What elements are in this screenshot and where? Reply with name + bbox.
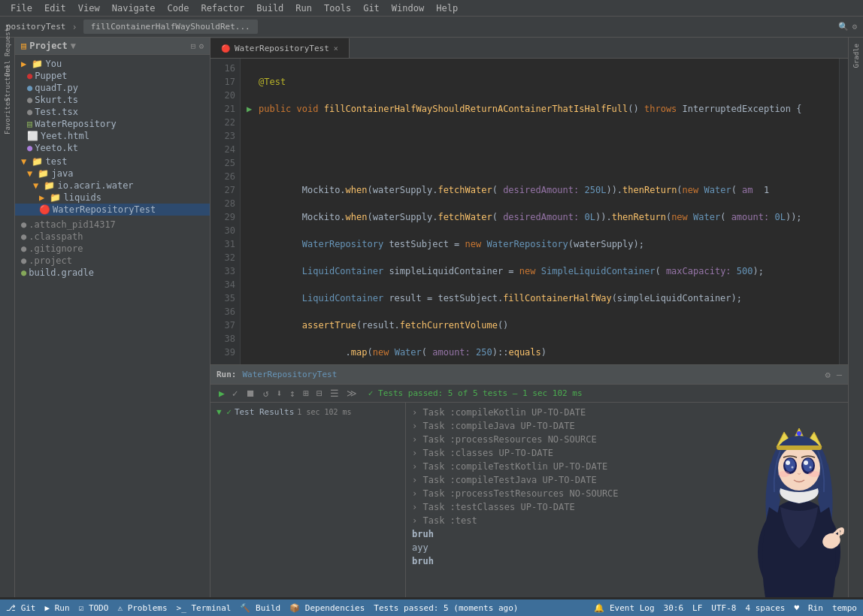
problems-status-btn[interactable]: ⚠ Problems [117,603,167,613]
build-icon: 🔨 [240,603,250,613]
plugin-name[interactable]: tempo [832,603,857,613]
run-label: Run: [217,370,237,379]
svg-point-12 [804,460,808,465]
menu-tools[interactable]: Tools [319,2,356,15]
title-bar: positoryTest › fillContainerHalfWayShoul… [0,17,863,38]
dependencies-icon: 📦 [289,603,300,613]
menu-git[interactable]: Git [359,2,384,15]
dependencies-status-btn[interactable]: 📦 Dependencies [289,603,365,613]
run-filter-button[interactable]: ⬇ [274,386,284,400]
tree-item-yeeto[interactable]: ● Yeeto.kt [15,142,210,154]
svg-point-16 [808,471,820,477]
tree-item-io-package[interactable]: ▼ 📁 io.acari.water [15,180,210,192]
tree-item-quadt[interactable]: ● quadT.py [15,82,210,94]
run-play-button[interactable]: ▶ [217,386,227,400]
project-tree: ▶ 📁 You ● Puppet ● quadT.py ● Skurt.ts ●… [15,55,210,597]
menu-code[interactable]: Code [163,2,194,15]
menu-file[interactable]: File [6,2,37,15]
todo-status-btn[interactable]: ☑ TODO [79,603,109,613]
menu-help[interactable]: Help [432,2,462,15]
anime-character [750,403,848,597]
run-list-button[interactable]: ☰ [328,386,341,400]
project-settings-icon[interactable]: ⚙ [198,41,204,51]
problems-icon: ⚠ [117,603,123,613]
run-check-button[interactable]: ✓ [230,386,241,400]
line-numbers: 16 17 20 21 22 23 24 25 26 27 28 29 30 [210,59,241,364]
svg-point-10 [803,458,813,472]
tree-item-yeet[interactable]: ⬜ Yeet.html [15,130,210,142]
search-icon[interactable]: 🔍 [838,22,849,32]
run-expand-button[interactable]: ⊞ [301,386,311,400]
run-settings-button[interactable]: ⚙ [825,370,831,380]
encoding[interactable]: UTF-8 [711,603,736,613]
terminal-icon: >_ [177,603,186,613]
menu-window[interactable]: Window [387,2,428,15]
console-output: › Task :compileKotlin UP-TO-DATE › Task … [406,403,848,597]
test-pass-icon: ✓ [368,388,374,398]
svg-point-9 [785,458,795,472]
settings-icon[interactable]: ⚙ [852,22,857,32]
branch-name: Rin [808,603,823,613]
breadcrumb-file: fillContainerHalfWayShouldRet... [83,20,258,34]
run-collapse-button[interactable]: ⊟ [314,386,325,400]
tree-item-skurt[interactable]: ● Skurt.ts [15,94,210,106]
tree-item-gitignore[interactable]: ● .gitignore [15,243,210,255]
tree-item-liquids[interactable]: ▶ 📁 liquids [15,192,210,204]
tree-item-classpath[interactable]: ● .classpath [15,231,210,243]
menu-view[interactable]: View [74,2,104,15]
tree-item-puppet[interactable]: ● Puppet [15,70,210,82]
tree-item-project[interactable]: ● .project [15,255,210,267]
terminal-status-btn[interactable]: >_ Terminal [177,603,232,613]
left-sidebar-icons: Pull Requests Structure Favorites [0,38,15,597]
tree-item-java-folder[interactable]: ▼ 📁 java [15,168,210,180]
run-status-btn[interactable]: ▶ Run [45,603,70,613]
status-bar: ⎇ Git ▶ Run ☑ TODO ⚠ Problems >_ Termina… [0,599,863,616]
gradle-panel-label[interactable]: Gradle [852,44,860,68]
svg-point-11 [786,460,790,465]
run-filename[interactable]: WaterRepositoryTest [243,370,338,379]
project-panel-title: Project [29,41,68,51]
run-toolbar: ▶ ✓ ⏹ ↺ ⬇ ↕ ⊞ ⊟ ☰ ≫ ✓ Tests passed: 5 of… [210,385,848,403]
run-stop-button[interactable]: ⏹ [244,386,258,400]
menu-run[interactable]: Run [291,2,316,15]
sidebar-icon-1[interactable]: Pull Requests [1,44,14,57]
menu-refactor[interactable]: Refactor [196,2,249,15]
tree-item-build-gradle[interactable]: ● build.gradle [15,267,210,279]
git-status[interactable]: ⎇ Git [6,603,36,613]
event-log-btn[interactable]: 🔔 Event Log [594,603,654,613]
tree-item-you[interactable]: ▶ 📁 You [15,58,210,70]
tree-item-waterrepo[interactable]: ▤ WaterRepository [15,118,210,130]
tree-item-test-tsx[interactable]: ● Test.tsx [15,106,210,118]
menu-build[interactable]: Build [252,2,288,15]
test-results-item[interactable]: ▼ ✓ Test Results 1 sec 102 ms [213,406,402,418]
project-dropdown-icon[interactable]: ▼ [71,41,76,51]
run-sort-button[interactable]: ↕ [287,386,298,400]
sidebar-icon-2[interactable]: Structure [1,77,14,90]
project-title: positoryTest [6,22,65,32]
menu-edit[interactable]: Edit [40,2,71,15]
tree-item-test-folder[interactable]: ▼ 📁 test [15,156,210,168]
line-ending[interactable]: LF [692,603,702,613]
tree-item-waterrepotest[interactable]: 🔴 WaterRepositoryTest [15,204,210,216]
run-close-button[interactable]: — [837,370,842,380]
tree-item-attach[interactable]: ● .attach_pid14317 [15,219,210,231]
sidebar-icon-3[interactable]: Favorites [1,110,14,123]
tab-label: WaterRepositoryTest [235,44,329,53]
run-more-button[interactable]: ≫ [344,386,359,400]
indent-setting[interactable]: 4 spaces [745,603,785,613]
code-content[interactable]: @Test ▶public void fillContainerHalfWayS… [241,59,839,364]
project-collapse-icon[interactable]: ⊟ [191,41,196,51]
editor-tabs: 🔴 WaterRepositoryTest × [210,38,848,59]
git-icon: ⎇ [6,603,16,613]
menu-bar: File Edit View Navigate Code Refactor Bu… [0,0,863,17]
project-folder-icon: ▤ [21,41,26,51]
build-status-btn[interactable]: 🔨 Build [240,603,280,613]
run-rerun-button[interactable]: ↺ [261,386,271,400]
tab-close-icon[interactable]: × [334,44,338,53]
svg-rect-18 [777,445,822,450]
status-msg: Tests passed: 5 (moments ago) [374,603,518,613]
menu-navigate[interactable]: Navigate [107,2,160,15]
test-status-text: ✓ Tests passed: 5 of 5 tests – 1 sec 102… [368,388,583,398]
test-tree: ▼ ✓ Test Results 1 sec 102 ms [210,403,406,597]
editor-tab-waterrepotest[interactable]: 🔴 WaterRepositoryTest × [210,38,350,58]
